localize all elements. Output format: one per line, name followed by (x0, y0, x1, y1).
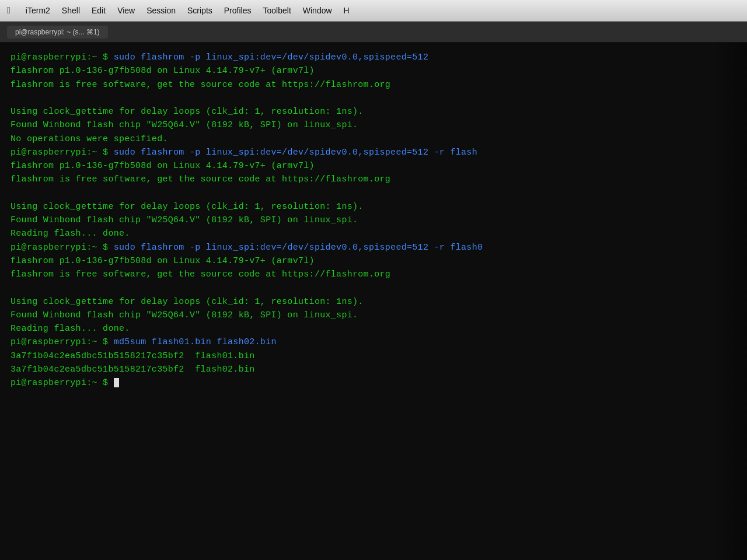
menu-session[interactable]: Session (141, 4, 181, 18)
terminal-line: pi@raspberrypi:~ $ sudo flashrom -p linu… (11, 51, 736, 64)
apple-logo-icon:  (7, 5, 11, 16)
terminal-line: Reading flash... done. (11, 322, 736, 335)
terminal-line: No operations were specified. (11, 132, 736, 146)
terminal-line (11, 92, 736, 105)
menu-profiles[interactable]: Profiles (218, 4, 257, 18)
menu-shell[interactable]: Shell (56, 4, 86, 18)
menu-view[interactable]: View (111, 4, 141, 18)
menu-edit[interactable]: Edit (86, 4, 111, 18)
terminal-line: Found Winbond flash chip "W25Q64.V" (819… (11, 118, 736, 132)
terminal-line (11, 281, 736, 295)
terminal-line: pi@raspberrypi:~ $ (11, 376, 736, 390)
terminal-line: Using clock_gettime for delay loops (clk… (11, 105, 736, 118)
terminal-line: 3a7f1b04c2ea5dbc51b5158217c35bf2 flash02… (11, 363, 736, 376)
terminal-line: flashrom is free software, get the sourc… (11, 268, 736, 281)
menu-toolbelt[interactable]: Toolbelt (257, 4, 297, 18)
tab-1[interactable]: pi@raspberrypi: ~ (s... ⌘1) (7, 26, 108, 38)
terminal-line: flashrom is free software, get the sourc… (11, 173, 736, 186)
terminal-line: Reading flash... done. (11, 227, 736, 240)
tab-bar: pi@raspberrypi: ~ (s... ⌘1) (0, 22, 747, 43)
menu-window[interactable]: Window (297, 4, 338, 18)
terminal-line: pi@raspberrypi:~ $ sudo flashrom -p linu… (11, 241, 736, 254)
terminal-line: Found Winbond flash chip "W25Q64.V" (819… (11, 309, 736, 322)
menu-iterm2[interactable]: iTerm2 (20, 4, 56, 18)
terminal-line: Found Winbond flash chip "W25Q64.V" (819… (11, 214, 736, 227)
terminal-line: Using clock_gettime for delay loops (clk… (11, 200, 736, 214)
terminal-line: pi@raspberrypi:~ $ md5sum flash01.bin fl… (11, 335, 736, 349)
terminal-line: 3a7f1b04c2ea5dbc51b5158217c35bf2 flash01… (11, 349, 736, 363)
menu-bar:  iTerm2 Shell Edit View Session Scripts… (0, 0, 747, 22)
terminal-line: flashrom is free software, get the sourc… (11, 78, 736, 92)
terminal-output[interactable]: pi@raspberrypi:~ $ sudo flashrom -p linu… (0, 43, 747, 560)
terminal-line: flashrom p1.0-136-g7fb508d on Linux 4.14… (11, 64, 736, 78)
terminal-line (11, 187, 736, 200)
terminal-line: Using clock_gettime for delay loops (clk… (11, 295, 736, 309)
menu-scripts[interactable]: Scripts (181, 4, 218, 18)
terminal-line: flashrom p1.0-136-g7fb508d on Linux 4.14… (11, 254, 736, 268)
terminal-line: flashrom p1.0-136-g7fb508d on Linux 4.14… (11, 159, 736, 173)
terminal-line: pi@raspberrypi:~ $ sudo flashrom -p linu… (11, 146, 736, 159)
menu-help[interactable]: H (338, 4, 355, 18)
